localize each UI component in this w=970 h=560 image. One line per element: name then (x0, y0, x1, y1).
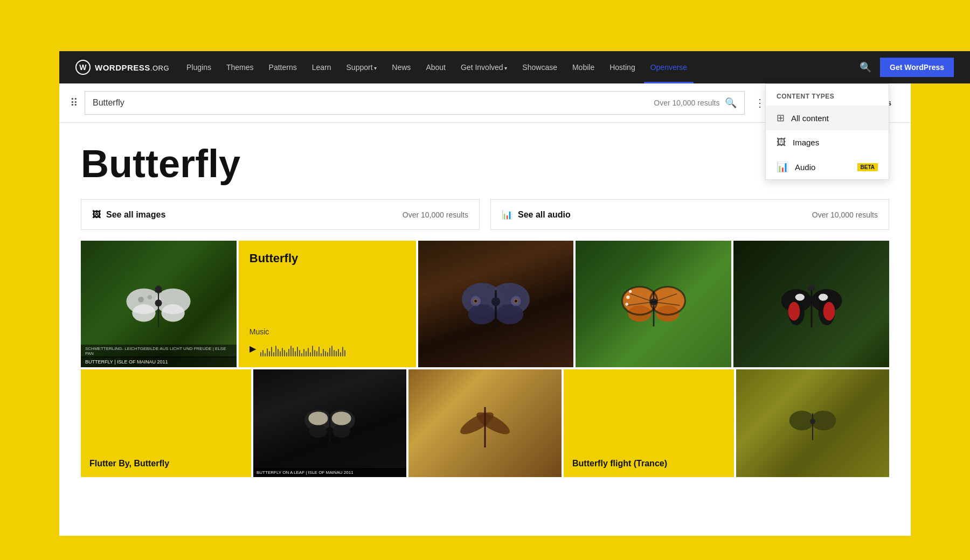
logo-text: WordPress.org (95, 63, 169, 72)
svg-point-57 (810, 419, 815, 424)
svg-point-1 (133, 304, 156, 322)
svg-point-9 (468, 304, 496, 324)
get-wordpress-button[interactable]: Get WordPress (880, 58, 954, 77)
grid-item-4[interactable] (576, 241, 731, 367)
nav-link-openverse[interactable]: Openverse (644, 59, 694, 76)
svg-point-11 (496, 304, 523, 324)
see-all-audio-card[interactable]: 📊 See all audio Over 10,000 results (490, 199, 889, 230)
bottom-item-last[interactable] (736, 369, 889, 477)
top-navigation: W WordPress.org Plugins Themes Patterns … (59, 51, 970, 83)
dropdown-item-audio[interactable]: 📊 Audio BETA (766, 155, 889, 179)
images-count: Over 10,000 results (403, 211, 468, 219)
audio-option-label: Audio (795, 163, 815, 172)
audio-icon: 📊 (777, 161, 788, 173)
svg-point-32 (626, 295, 630, 299)
grid-item-1[interactable]: BUTTERFLY | ISLE OF MAINAU 2011 SCHMETTE… (81, 241, 237, 367)
svg-point-5 (155, 299, 162, 306)
svg-point-33 (625, 303, 628, 305)
nav-link-support[interactable]: Support (340, 59, 384, 76)
nav-links: Plugins Themes Patterns Learn Support Ne… (180, 59, 860, 76)
all-content-option-label: All content (791, 114, 829, 123)
dropdown-header: CONTENT TYPES (766, 84, 889, 106)
svg-point-34 (629, 290, 632, 292)
svg-point-3 (162, 304, 185, 322)
beta-badge: BETA (857, 163, 878, 171)
nav-link-patterns[interactable]: Patterns (262, 59, 303, 76)
all-content-icon: ⊞ (777, 112, 785, 124)
dropdown-item-all-content[interactable]: ⊞ All content (766, 106, 889, 130)
see-all-audio-label: See all audio (518, 210, 571, 220)
play-button[interactable]: ▶ (250, 344, 256, 354)
bottom-item-leaf[interactable]: BUTTERFLY ON A LEAF | ISLE OF MAINAU 201… (253, 369, 406, 477)
content-type-dropdown: CONTENT TYPES ⊞ All content 🖼 Images 📊 A… (765, 83, 889, 180)
butterfly-image-4 (619, 275, 689, 334)
image-1-credit: SCHMETTERLING- LEICHTGEBILDE AUS LICHT U… (81, 345, 237, 358)
see-all-images-left: 🖼 See all images (92, 210, 165, 220)
nav-link-learn[interactable]: Learn (306, 59, 338, 76)
images-icon: 🖼 (777, 137, 786, 148)
svg-point-45 (309, 424, 327, 438)
svg-point-40 (823, 302, 835, 320)
bottom-item-leaf-overlay: BUTTERFLY ON A LEAF | ISLE OF MAINAU 201… (253, 468, 406, 477)
svg-point-47 (332, 424, 350, 438)
wordpress-logo[interactable]: W WordPress.org (75, 60, 169, 75)
see-all-audio-left: 📊 See all audio (502, 209, 571, 220)
svg-point-39 (788, 302, 800, 320)
see-all-images-label: See all images (106, 210, 165, 220)
nav-search-icon[interactable]: 🔍 (860, 61, 871, 73)
image-1-overlay: BUTTERFLY | ISLE OF MAINAU 2011 (81, 356, 237, 367)
search-submit-icon[interactable]: 🔍 (725, 97, 737, 109)
bottom-butterfly-5 (786, 399, 840, 447)
flutter-label: Flutter By, Butterfly (89, 459, 169, 468)
trance-label: Butterfly flight (Trance) (572, 459, 667, 468)
dropdown-item-images[interactable]: 🖼 Images (766, 130, 889, 155)
nav-link-hosting[interactable]: Hosting (603, 59, 641, 76)
search-results-count: Over 10,000 results (654, 99, 719, 107)
nav-link-plugins[interactable]: Plugins (180, 59, 218, 76)
svg-point-19 (515, 299, 517, 302)
waveform (260, 340, 345, 356)
audio-wave-icon: 📊 (502, 209, 512, 220)
svg-point-16 (474, 299, 477, 302)
search-input[interactable] (93, 98, 654, 108)
butterfly-image-5 (777, 275, 847, 334)
main-content-card: ⠿ Over 10,000 results 🔍 ⋮ ⊞ All content … (59, 51, 911, 536)
search-input-wrapper: Over 10,000 results 🔍 (85, 91, 745, 115)
music-card[interactable]: Butterfly Music ▶ (239, 241, 416, 367)
nav-link-about[interactable]: About (419, 59, 452, 76)
svg-point-42 (819, 293, 828, 300)
see-all-row: 🖼 See all images Over 10,000 results 📊 S… (59, 199, 911, 241)
bottom-item-brown[interactable] (408, 369, 562, 477)
nav-right-controls: 🔍 Get WordPress (860, 58, 954, 77)
bottom-butterfly-2 (300, 399, 359, 447)
svg-point-49 (332, 411, 351, 425)
butterfly-image-1 (123, 275, 193, 334)
nav-link-mobile[interactable]: Mobile (566, 59, 601, 76)
bottom-butterfly-3 (453, 396, 517, 450)
images-option-label: Images (793, 138, 819, 147)
music-title: Butterfly (250, 251, 405, 265)
image-grid-row1: BUTTERFLY | ISLE OF MAINAU 2011 SCHMETTE… (59, 241, 911, 367)
svg-point-48 (308, 411, 328, 425)
bottom-row: Flutter By, Butterfly BUTTERFLY O (59, 367, 911, 477)
grid-item-5[interactable] (733, 241, 889, 367)
bottom-item-flutter[interactable]: Flutter By, Butterfly (81, 369, 251, 477)
audio-count: Over 10,000 results (812, 211, 878, 219)
bottom-item-trance[interactable]: Butterfly flight (Trance) (564, 369, 734, 477)
nav-link-news[interactable]: News (385, 59, 417, 76)
svg-point-13 (491, 297, 500, 306)
grid-menu-icon[interactable]: ⠿ (70, 96, 78, 109)
nav-link-get-involved[interactable]: Get Involved (454, 59, 514, 76)
wordpress-logo-icon: W (75, 60, 91, 75)
svg-point-41 (795, 293, 804, 300)
image-icon: 🖼 (92, 210, 101, 220)
grid-item-3[interactable] (418, 241, 574, 367)
nav-link-showcase[interactable]: Showcase (516, 59, 564, 76)
butterfly-image-3 (458, 272, 534, 337)
nav-link-themes[interactable]: Themes (220, 59, 260, 76)
svg-point-7 (148, 295, 153, 299)
see-all-images-card[interactable]: 🖼 See all images Over 10,000 results (81, 199, 480, 230)
music-player: ▶ (250, 340, 405, 356)
svg-point-6 (138, 296, 144, 302)
music-type: Music (250, 327, 405, 336)
